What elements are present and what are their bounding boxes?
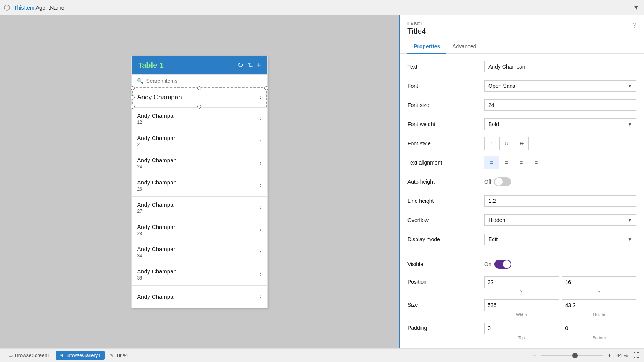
- prop-visible-value: On: [484, 260, 636, 269]
- handle-bot-left[interactable]: [131, 105, 135, 109]
- status-tab-browse-gallery[interactable]: ⊟BrowseGallery1: [56, 351, 105, 360]
- item-id: 27: [137, 209, 177, 214]
- panel-header: LABEL Title4 ?: [400, 15, 644, 36]
- overflow-dropdown-caret: ▼: [628, 217, 632, 223]
- tab-advanced[interactable]: Advanced: [446, 40, 482, 54]
- position-x-input[interactable]: [484, 276, 559, 288]
- screen-icon: ▭: [8, 353, 13, 358]
- font-dropdown[interactable]: Open Sans ▼: [484, 80, 636, 92]
- status-tab-label: BrowseScreen1: [15, 352, 50, 358]
- gallery-list-item[interactable]: Andy Champan 28 ›: [132, 219, 267, 241]
- prop-text-label: Text: [407, 64, 484, 70]
- panel-type-label: LABEL: [407, 21, 636, 26]
- position-y-input[interactable]: [562, 276, 637, 288]
- status-tab-browse-screen[interactable]: ▭BrowseScreen1: [5, 351, 54, 360]
- size-height-field: Height: [562, 299, 637, 317]
- search-input[interactable]: [146, 78, 262, 84]
- status-tab-title4[interactable]: ✎Title4: [106, 351, 132, 360]
- gallery-list: Andy Champan 12 › Andy Champan 21 › Andy…: [132, 107, 267, 308]
- item-id: 24: [137, 164, 177, 169]
- zoom-thumb: [572, 353, 578, 358]
- zoom-in-button[interactable]: +: [605, 351, 614, 360]
- status-bar: ▭BrowseScreen1⊟BrowseGallery1✎Title4 − +…: [0, 348, 644, 362]
- zoom-value: 44 %: [616, 352, 628, 358]
- prop-padding-label: Padding: [407, 323, 484, 331]
- item-info: Andy Champan 12: [137, 112, 177, 125]
- autoheight-toggle-knob: [495, 178, 503, 186]
- gallery-list-item[interactable]: Andy Champan 12 ›: [132, 107, 267, 130]
- align-right-button[interactable]: ≡: [514, 156, 529, 169]
- fontweight-dropdown[interactable]: Bold ▼: [484, 118, 636, 130]
- handle-top-mid[interactable]: [197, 86, 201, 90]
- prop-displaymode-value: Edit ▼: [484, 234, 636, 245]
- italic-button[interactable]: I: [484, 137, 498, 150]
- add-icon[interactable]: +: [257, 61, 261, 69]
- prop-fontsize-label: Font size: [407, 102, 484, 108]
- prop-text-row: Text: [407, 60, 636, 74]
- padding-bottom-input[interactable]: [562, 323, 637, 334]
- handle-top-left[interactable]: [131, 86, 135, 90]
- gallery-list-item[interactable]: Andy Champan 21 ›: [132, 130, 267, 152]
- prop-font-label: Font: [407, 83, 484, 89]
- text-input[interactable]: [484, 61, 636, 72]
- item-name: Andy Champan: [137, 246, 177, 252]
- gallery-title: Table 1: [138, 61, 164, 70]
- size-width-input[interactable]: [484, 299, 559, 311]
- autoheight-toggle[interactable]: [494, 177, 511, 186]
- lineheight-input[interactable]: [484, 195, 636, 207]
- gallery-selected-item[interactable]: Andy Champan ›: [132, 87, 267, 107]
- prop-fontsize-value: [484, 99, 636, 111]
- align-center-button[interactable]: ≡: [499, 156, 514, 169]
- gallery-list-item[interactable]: Andy Champan 26 ›: [132, 174, 267, 196]
- fontweight-dropdown-caret: ▼: [628, 122, 632, 127]
- handle-top-right[interactable]: [264, 86, 268, 90]
- handle-mid-left[interactable]: [131, 95, 135, 99]
- prop-fontweight-label: Font weight: [407, 121, 484, 127]
- zoom-out-button[interactable]: −: [530, 351, 539, 360]
- overflow-dropdown[interactable]: Hidden ▼: [484, 214, 636, 226]
- formula-dropdown-button[interactable]: ▼: [632, 3, 641, 12]
- refresh-icon[interactable]: ↻: [238, 61, 243, 69]
- gallery-list-item[interactable]: Andy Champan 27 ›: [132, 196, 267, 219]
- prop-fontstyle-label: Font style: [407, 140, 484, 146]
- formula-text: ThisItem.AgentName: [14, 5, 629, 11]
- help-icon[interactable]: ?: [632, 21, 636, 30]
- prop-position-row: Position X Y: [407, 276, 636, 294]
- fullscreen-button[interactable]: ⛶: [633, 352, 639, 359]
- align-justify-button[interactable]: ≡: [529, 156, 544, 169]
- item-chevron: ›: [260, 248, 261, 255]
- visible-toggle-knob: [503, 260, 511, 268]
- gallery-list-item[interactable]: Andy Champan 24 ›: [132, 152, 267, 174]
- gallery-list-item[interactable]: Andy Champan 38 ›: [132, 263, 267, 285]
- padding-top-input[interactable]: [484, 323, 559, 334]
- sort-icon[interactable]: ⇅: [247, 61, 253, 69]
- displaymode-dropdown[interactable]: Edit ▼: [484, 234, 636, 245]
- prop-fontstyle-row: Font style I U S: [407, 137, 636, 150]
- zoom-slider[interactable]: [541, 355, 603, 356]
- fontsize-input[interactable]: [484, 99, 636, 111]
- item-name: Andy Champan: [137, 157, 177, 163]
- align-left-button[interactable]: ≡: [484, 156, 499, 169]
- underline-button[interactable]: U: [499, 137, 513, 150]
- displaymode-dropdown-text: Edit: [488, 236, 498, 242]
- visible-toggle[interactable]: [495, 260, 511, 269]
- strikethrough-button[interactable]: S: [515, 137, 529, 150]
- prop-position-label: Position: [407, 276, 484, 285]
- item-name: Andy Champan: [137, 112, 177, 119]
- size-height-input[interactable]: [562, 299, 637, 311]
- prop-overflow-label: Overflow: [407, 217, 484, 223]
- gallery-list-item[interactable]: Andy Champan 34 ›: [132, 241, 267, 263]
- gallery-list-item[interactable]: Andy Champan ›: [132, 285, 267, 308]
- panel-tabs: Properties Advanced: [400, 40, 644, 54]
- item-name: Andy Champan: [137, 179, 177, 186]
- gallery-search-bar: 🔍: [132, 74, 267, 87]
- gallery-header-icons: ↻ ⇅ +: [238, 61, 261, 69]
- handle-bot-mid[interactable]: [197, 105, 201, 109]
- formula-keyword: ThisItem: [14, 5, 34, 11]
- item-info: Andy Champan 27: [137, 201, 177, 214]
- gallery-widget: Table 1 ↻ ⇅ + 🔍 Andy Champan: [131, 56, 268, 308]
- style-buttons: I U S: [484, 137, 529, 150]
- padding-top-field: Top: [484, 323, 559, 340]
- tab-properties[interactable]: Properties: [407, 40, 446, 54]
- item-info: Andy Champan 21: [137, 135, 177, 147]
